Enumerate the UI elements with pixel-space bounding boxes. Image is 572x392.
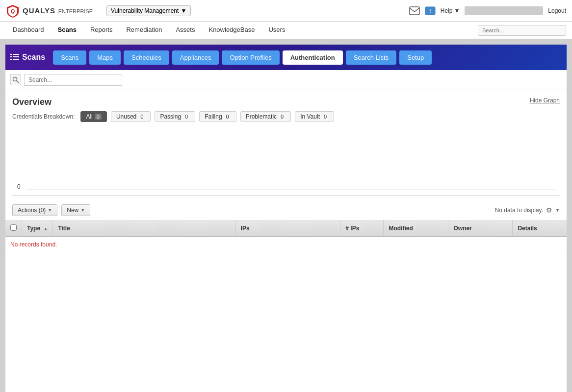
- tab-search-lists[interactable]: Search Lists: [346, 50, 397, 65]
- new-label: New: [67, 207, 78, 214]
- credential-badge-all[interactable]: All 0: [80, 111, 106, 122]
- select-all-checkbox[interactable]: [10, 224, 17, 231]
- credential-badge-unused[interactable]: Unused 0: [111, 111, 151, 122]
- nav-item-reports[interactable]: Reports: [83, 22, 120, 39]
- th-checkbox: [5, 220, 22, 237]
- th-modified-label: Modified: [389, 225, 413, 232]
- svg-rect-9: [13, 59, 19, 60]
- tab-maps[interactable]: Maps: [89, 50, 121, 65]
- mail-icon[interactable]: [409, 6, 420, 15]
- search-icon-box[interactable]: [10, 74, 21, 85]
- module-selector[interactable]: Vulnerability Management ▼: [106, 5, 191, 16]
- th-title-label: Title: [58, 225, 70, 232]
- logo-qualys-text: QUALYS: [23, 6, 55, 15]
- th-title[interactable]: Title: [53, 220, 235, 237]
- nav-item-remediation[interactable]: Remediation: [119, 22, 169, 39]
- th-type[interactable]: Type ▲: [22, 220, 53, 237]
- module-dropdown-arrow: ▼: [181, 7, 186, 14]
- table-header-row: Type ▲ Title IPs # IPs Modified Owner: [5, 220, 567, 237]
- toolbar: Actions (0) ▼ New ▼ No data to display. …: [5, 200, 567, 220]
- svg-text:!: !: [429, 8, 431, 14]
- overview-title: Overview: [12, 97, 560, 107]
- th-modified[interactable]: Modified: [384, 220, 448, 237]
- actions-button[interactable]: Actions (0) ▼: [12, 204, 57, 216]
- svg-rect-1: [410, 7, 419, 15]
- badge-invault-label: In Vault: [300, 113, 320, 120]
- badge-failing-count: 0: [224, 114, 231, 120]
- help-button[interactable]: Help ▼: [441, 7, 460, 14]
- credential-badge-problematic[interactable]: Problematic 0: [240, 111, 291, 122]
- badge-problematic-count: 0: [279, 114, 286, 120]
- tab-option-profiles[interactable]: Option Profiles: [222, 50, 279, 65]
- no-data-message: No data to display. ⚙ ▼: [495, 206, 560, 214]
- nav-item-assets[interactable]: Assets: [169, 22, 202, 39]
- logout-button[interactable]: Logout: [548, 7, 566, 14]
- actions-dropdown-arrow: ▼: [48, 208, 52, 213]
- credential-badge-in-vault[interactable]: In Vault 0: [295, 111, 334, 122]
- logo-enterprise-text: ENTERPRISE: [58, 8, 93, 14]
- help-label: Help: [441, 7, 453, 14]
- badge-all-label: All: [86, 113, 92, 120]
- nav-item-dashboard[interactable]: Dashboard: [6, 22, 51, 39]
- tab-setup[interactable]: Setup: [399, 50, 432, 65]
- settings-icon[interactable]: ⚙: [546, 206, 552, 214]
- scans-header-label: Scans: [22, 53, 45, 62]
- actions-label: Actions (0): [18, 207, 46, 214]
- nav-item-knowledgebase[interactable]: KnowledgeBase: [202, 22, 261, 39]
- logo-area: Q QUALYS ENTERPRISE: [6, 4, 93, 18]
- username-display: [465, 6, 543, 15]
- svg-point-10: [13, 77, 17, 81]
- nav-item-users[interactable]: Users: [261, 22, 292, 39]
- th-type-label: Type: [27, 225, 40, 232]
- th-ips-label: IPs: [241, 225, 250, 232]
- module-label: Vulnerability Management: [111, 7, 179, 14]
- search-bar: [5, 70, 567, 90]
- th-ips[interactable]: IPs: [235, 220, 340, 237]
- badge-passing-label: Passing: [160, 113, 181, 120]
- th-owner-label: Owner: [453, 225, 471, 232]
- nav-search-input[interactable]: [478, 25, 566, 36]
- hide-graph-link[interactable]: Hide Graph: [530, 97, 560, 104]
- badge-unused-label: Unused: [116, 113, 136, 120]
- credentials-label: Credentials Breakdown:: [12, 113, 75, 120]
- tab-authentication[interactable]: Authentication: [283, 50, 343, 65]
- search-input[interactable]: [24, 74, 122, 86]
- tab-schedules[interactable]: Schedules: [124, 50, 169, 65]
- svg-rect-4: [10, 54, 12, 55]
- svg-rect-8: [10, 59, 12, 60]
- sort-arrow-type: ▲: [43, 226, 48, 231]
- topbar-right: ! Help ▼ Logout: [409, 6, 566, 15]
- no-records-message: No records found.: [5, 237, 567, 252]
- settings-dropdown-arrow[interactable]: ▼: [555, 208, 560, 213]
- scans-section-title: Scans: [10, 53, 45, 62]
- main-container: Scans Scans Maps Schedules Appliances Op…: [5, 44, 567, 392]
- navbar: Dashboard Scans Reports Remediation Asse…: [0, 22, 572, 39]
- svg-rect-7: [13, 56, 19, 57]
- data-table: Type ▲ Title IPs # IPs Modified Owner: [5, 220, 567, 252]
- overview-section: Hide Graph Overview Credentials Breakdow…: [5, 90, 567, 122]
- credential-badge-failing[interactable]: Failing 0: [199, 111, 236, 122]
- search-icon: [12, 76, 19, 83]
- credential-badge-passing[interactable]: Passing 0: [155, 111, 195, 122]
- th-details[interactable]: Details: [513, 220, 567, 237]
- notification-icon[interactable]: !: [425, 6, 436, 15]
- tab-appliances[interactable]: Appliances: [172, 50, 219, 65]
- chart-area: 0: [12, 127, 560, 196]
- chart-zero-label: 0: [17, 183, 21, 190]
- th-num-ips[interactable]: # IPs: [340, 220, 384, 237]
- badge-unused-count: 0: [138, 114, 145, 120]
- badge-problematic-label: Problematic: [246, 113, 277, 120]
- new-button[interactable]: New ▼: [61, 204, 90, 216]
- svg-rect-6: [10, 56, 12, 57]
- th-details-label: Details: [518, 225, 537, 232]
- tab-scans[interactable]: Scans: [53, 50, 86, 65]
- help-dropdown-arrow: ▼: [454, 7, 460, 14]
- scans-header: Scans Scans Maps Schedules Appliances Op…: [5, 45, 567, 70]
- th-owner[interactable]: Owner: [448, 220, 513, 237]
- svg-line-11: [17, 81, 19, 83]
- chart-baseline: [27, 190, 555, 190]
- no-data-text: No data to display.: [495, 207, 544, 214]
- svg-rect-5: [13, 54, 19, 55]
- nav-item-scans[interactable]: Scans: [51, 22, 83, 39]
- badge-passing-count: 0: [183, 114, 190, 120]
